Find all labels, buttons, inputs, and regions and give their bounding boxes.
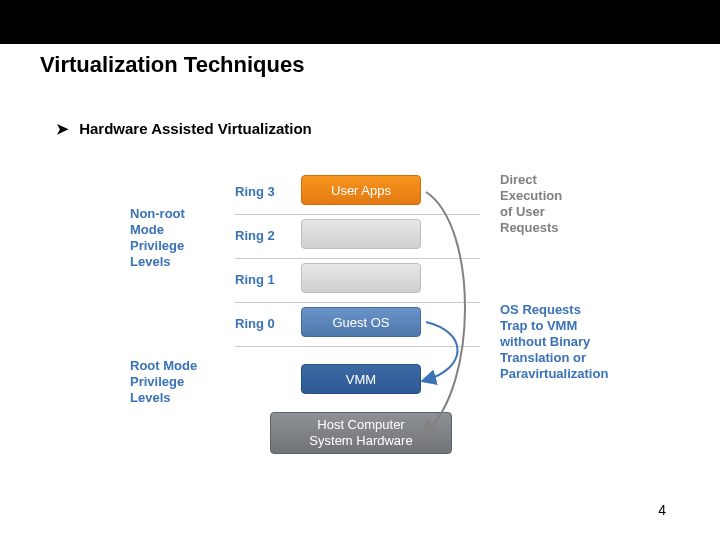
box-ring2-empty <box>301 219 421 249</box>
box-vmm: VMM <box>301 364 421 394</box>
label-ring3: Ring 3 <box>235 174 297 210</box>
label-nonroot-mode: Non-root Mode Privilege Levels <box>130 206 225 270</box>
label-root-mode: Root Mode Privilege Levels <box>130 358 225 406</box>
bullet-hardware-assisted: ➤ Hardware Assisted Virtualization <box>56 120 312 138</box>
bullet-text: Hardware Assisted Virtualization <box>79 120 312 137</box>
slide-title: Virtualization Techniques <box>40 52 304 78</box>
top-black-band <box>0 0 720 44</box>
box-guest-os: Guest OS <box>301 307 421 337</box>
label-direct-execution: Direct Execution of User Requests <box>500 172 610 236</box>
label-ring0: Ring 0 <box>235 306 297 342</box>
label-os-requests-trap: OS Requests Trap to VMM without Binary T… <box>500 302 630 382</box>
box-user-apps: User Apps <box>301 175 421 205</box>
label-ring2: Ring 2 <box>235 218 297 254</box>
virtualization-rings-diagram: Non-root Mode Privilege Levels Root Mode… <box>130 174 610 494</box>
label-ring1: Ring 1 <box>235 262 297 298</box>
bullet-marker-icon: ➤ <box>56 120 69 137</box>
page-number: 4 <box>658 502 666 518</box>
box-ring1-empty <box>301 263 421 293</box>
